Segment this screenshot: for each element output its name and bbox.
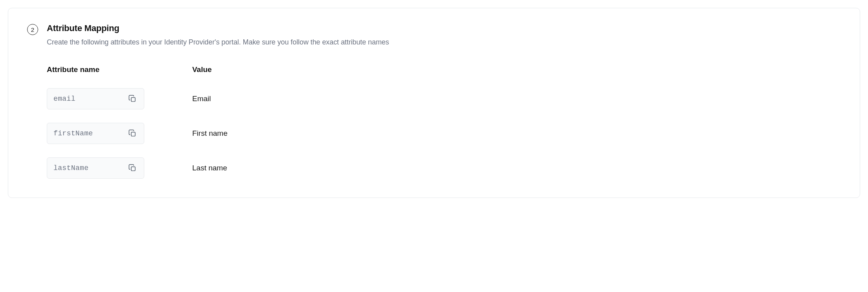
copy-icon (128, 129, 137, 138)
step-header-text: Attribute Mapping Create the following a… (47, 23, 389, 46)
step-number: 2 (31, 26, 34, 33)
table-row: email Email (47, 88, 841, 109)
attribute-mapping-card: 2 Attribute Mapping Create the following… (8, 8, 860, 198)
copy-icon (128, 164, 137, 172)
svg-rect-1 (131, 132, 135, 136)
attribute-name-box: email (47, 88, 144, 109)
step-title: Attribute Mapping (47, 23, 389, 33)
attribute-name-box: firstName (47, 123, 144, 144)
column-header-value: Value (192, 65, 841, 74)
copy-icon (128, 94, 137, 103)
copy-button[interactable] (127, 93, 138, 105)
table-header-row: Attribute name Value (47, 65, 841, 74)
attribute-name-code: firstName (53, 129, 93, 137)
attribute-value: Email (192, 94, 841, 103)
table-row: lastName Last name (47, 157, 841, 179)
svg-rect-2 (131, 167, 135, 171)
step-subtitle: Create the following attributes in your … (47, 38, 389, 46)
attribute-name-code: lastName (53, 164, 88, 172)
attribute-value: First name (192, 129, 841, 138)
attribute-name-box: lastName (47, 157, 144, 179)
step-header: 2 Attribute Mapping Create the following… (27, 23, 841, 46)
attribute-table: Attribute name Value email Email (47, 65, 841, 179)
step-number-badge: 2 (27, 24, 38, 35)
copy-button[interactable] (127, 162, 138, 174)
svg-rect-0 (131, 98, 135, 102)
copy-button[interactable] (127, 128, 138, 139)
attribute-name-code: email (53, 95, 75, 103)
table-row: firstName First name (47, 123, 841, 144)
column-header-attribute: Attribute name (47, 65, 192, 74)
attribute-value: Last name (192, 164, 841, 172)
